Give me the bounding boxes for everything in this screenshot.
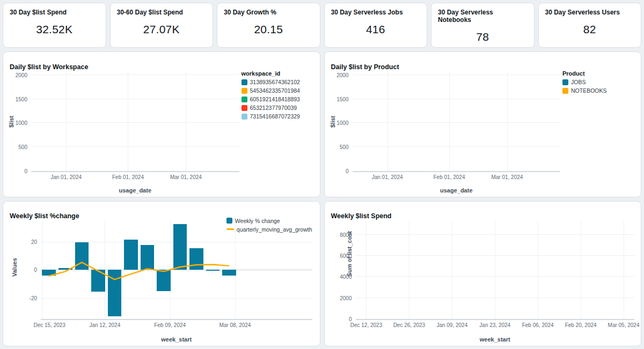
x-tick-label: Feb 01, 2024 bbox=[112, 174, 144, 180]
x-tick-label: Mar 01, 2024 bbox=[491, 174, 523, 180]
chart-title-daily-workspace: Daily $list by Workspace bbox=[10, 63, 88, 71]
x-axis-label: week_start bbox=[356, 336, 635, 343]
kpi-row: 30 Day $list Spend 32.52K 30-60 Day $lis… bbox=[3, 3, 641, 48]
x-tick-label: Jan 12, 2024 bbox=[89, 322, 120, 328]
y-axis-label: $list bbox=[330, 116, 336, 128]
dashboard: 30 Day $list Spend 32.52K 30-60 Day $lis… bbox=[0, 0, 644, 349]
kpi-card-serverless-users: 30 Day Serverless Users 82 bbox=[538, 3, 642, 48]
gridline bbox=[581, 221, 581, 320]
legend-item-5453462335701984[interactable]: 5453462335701984 bbox=[241, 87, 314, 94]
legend-swatch-icon bbox=[241, 105, 247, 111]
y-axis-label: $list bbox=[8, 116, 14, 128]
legend-item-6051921418418893[interactable]: 6051921418418893 bbox=[241, 96, 314, 102]
y-tick-label: 1000 bbox=[336, 120, 348, 126]
legend-title: Product bbox=[562, 70, 635, 77]
kpi-value: 78 bbox=[438, 31, 528, 43]
gridline bbox=[452, 221, 452, 320]
y-tick-label: 4000 bbox=[340, 274, 352, 280]
x-axis-label: usage_date bbox=[31, 187, 239, 194]
gridline bbox=[624, 221, 624, 320]
kpi-value: 20.15 bbox=[224, 23, 313, 36]
x-tick-label: Jan 09, 2024 bbox=[436, 322, 467, 328]
gridline bbox=[495, 221, 495, 320]
kpi-value: 416 bbox=[331, 23, 421, 36]
gridline bbox=[409, 221, 409, 320]
legend-line-swatch-icon bbox=[226, 228, 234, 230]
y-tick-label: 8000 bbox=[340, 232, 352, 237]
x-tick-label: Dec 15, 2023 bbox=[33, 322, 65, 328]
legend-item-NOTEBOOKS[interactable]: NOTEBOOKS bbox=[562, 87, 635, 94]
x-tick-label: Feb 06, 2024 bbox=[522, 322, 554, 328]
bars-container bbox=[353, 71, 554, 171]
legend-item-label: 6051921418418893 bbox=[250, 96, 300, 102]
x-tick-label: Feb 20, 2024 bbox=[565, 322, 597, 328]
kpi-label: 30 Day Serverless Notebooks bbox=[438, 9, 528, 24]
legend-swatch-icon bbox=[562, 79, 568, 85]
plot-area-daily-workspace[interactable]: 0500100015002000Jan 01, 2024Feb 01, 2024… bbox=[31, 71, 239, 172]
bars-container bbox=[41, 221, 237, 320]
legend-swatch-icon bbox=[241, 79, 247, 85]
chart-title-daily-product: Daily $list by Product bbox=[331, 63, 399, 71]
chart-title-weekly-pct: Weekly $list %change bbox=[10, 212, 79, 220]
kpi-value: 82 bbox=[545, 23, 635, 36]
y-tick-label: 0 bbox=[34, 267, 37, 273]
legend-item-label: JOBS bbox=[571, 79, 586, 85]
kpi-value: 27.07K bbox=[117, 23, 207, 36]
plot-area-daily-product[interactable]: 0500100015002000Jan 01, 2024Feb 01, 2024… bbox=[353, 71, 561, 172]
legend-item-3138935674362102[interactable]: 3138935674362102 bbox=[241, 79, 314, 85]
x-tick-label: Mar 01, 2024 bbox=[170, 174, 202, 180]
x-axis-label: usage_date bbox=[353, 187, 561, 194]
legend-item-label: 7315416687072329 bbox=[250, 113, 300, 120]
y-tick-label: 500 bbox=[340, 144, 349, 150]
legend-item-label: 5453462335701984 bbox=[250, 87, 300, 94]
x-tick-label: Feb 09, 2024 bbox=[154, 322, 186, 328]
legend-item-label: quarterly_moving_avg_growth bbox=[237, 226, 312, 233]
legend-item-quarterly_moving_avg_growth[interactable]: quarterly_moving_avg_growth bbox=[226, 226, 312, 233]
legend-swatch-icon bbox=[241, 96, 247, 102]
y-tick-label: 0 bbox=[349, 316, 352, 322]
y-tick-label: 20 bbox=[31, 239, 37, 244]
panel-weekly-pct-change: Weekly $list %change Values -20020Dec 15… bbox=[3, 201, 320, 347]
legend-swatch-icon bbox=[241, 114, 247, 120]
y-tick-label: 6000 bbox=[340, 253, 352, 259]
moving-avg-line bbox=[41, 221, 237, 320]
x-axis-label: week_start bbox=[41, 336, 312, 343]
legend-item-label: 653212377970039 bbox=[250, 105, 297, 111]
plot-area-weekly-spend[interactable]: 02000400060008000Dec 12, 2023Dec 26, 202… bbox=[356, 221, 635, 321]
y-tick-label: 0 bbox=[24, 168, 27, 174]
y-tick-label: 0 bbox=[346, 168, 349, 174]
y-tick-label: 500 bbox=[18, 144, 27, 150]
legend-item-label: 3138935674362102 bbox=[250, 79, 300, 85]
legend-swatch-icon bbox=[241, 88, 247, 94]
legend-item-653212377970039[interactable]: 653212377970039 bbox=[241, 105, 314, 111]
x-tick-label: Mar 05, 2024 bbox=[608, 322, 640, 328]
kpi-card-serverless-notebooks: 30 Day Serverless Notebooks 78 bbox=[431, 3, 535, 48]
legend-item-JOBS[interactable]: JOBS bbox=[562, 79, 635, 85]
gridline bbox=[366, 221, 367, 320]
y-tick-label: 1500 bbox=[336, 96, 348, 102]
legend-item-Weekly % change[interactable]: Weekly % change bbox=[226, 218, 312, 224]
kpi-label: 30 Day $list Spend bbox=[10, 9, 99, 16]
legend-item-7315416687072329[interactable]: 7315416687072329 bbox=[241, 113, 314, 120]
y-axis-label: Values bbox=[11, 258, 18, 277]
kpi-value: 32.52K bbox=[10, 23, 99, 36]
x-tick-label: Feb 01, 2024 bbox=[434, 174, 465, 180]
legend-product: Product JOBSNOTEBOOKS bbox=[562, 70, 635, 96]
legend-swatch-icon bbox=[226, 218, 232, 224]
legend-weekly-pct: Weekly % changequarterly_moving_avg_grow… bbox=[226, 218, 312, 235]
legend-title: workspace_id bbox=[241, 70, 314, 77]
kpi-label: 30 Day Growth % bbox=[224, 9, 313, 16]
kpi-label: 30-60 Day $list Spend bbox=[117, 9, 207, 16]
panel-daily-product: Daily $list by Product $list 05001000150… bbox=[324, 51, 642, 197]
kpi-card-30day-spend: 30 Day $list Spend 32.52K bbox=[3, 3, 106, 48]
panel-row-weekly: Weekly $list %change Values -20020Dec 15… bbox=[3, 201, 641, 347]
bars-container bbox=[31, 71, 233, 171]
panel-weekly-spend: Weekly $list Spend Sum of list_cost 0200… bbox=[324, 201, 642, 347]
panel-row-daily: Daily $list by Workspace $list 050010001… bbox=[3, 51, 641, 197]
panel-daily-workspace: Daily $list by Workspace $list 050010001… bbox=[3, 51, 320, 197]
plot-area-weekly-pct[interactable]: -20020Dec 15, 2023Jan 12, 2024Feb 09, 20… bbox=[41, 221, 312, 321]
legend-item-label: NOTEBOOKS bbox=[571, 87, 607, 94]
y-tick-label: 1000 bbox=[16, 120, 27, 126]
x-tick-label: Jan 23, 2024 bbox=[479, 322, 510, 328]
kpi-label: 30 Day Serverless Users bbox=[545, 9, 635, 16]
